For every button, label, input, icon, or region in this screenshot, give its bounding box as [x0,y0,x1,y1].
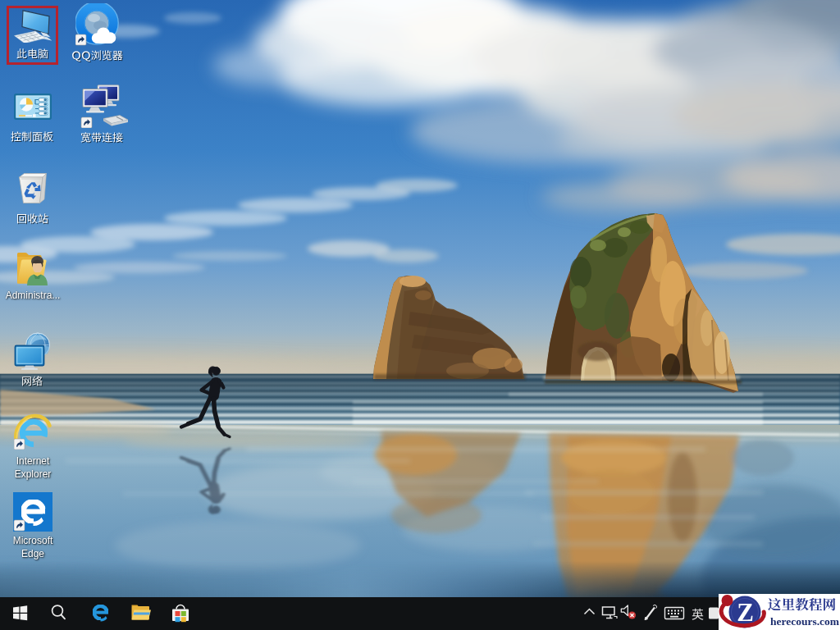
svg-text:Z: Z [737,598,754,627]
